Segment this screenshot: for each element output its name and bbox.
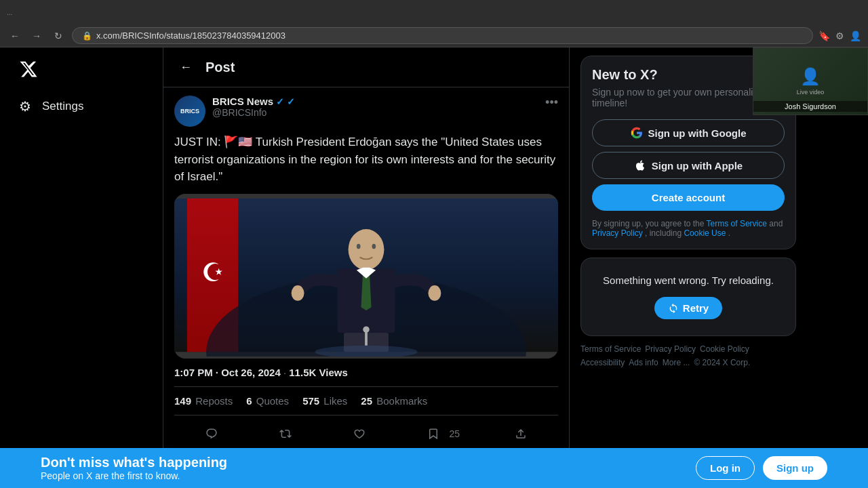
footer-terms-link[interactable]: Terms of Service (580, 344, 641, 354)
repost-button[interactable] (273, 421, 298, 447)
post-stats: 149 Reposts 6 Quotes 575 Likes 25 Bookma… (174, 386, 558, 415)
svg-point-4 (349, 229, 384, 270)
post-header: ← Post (163, 47, 569, 87)
bookmark-count: 25 (449, 428, 460, 439)
post-timestamp: 1:07 PM · Oct 26, 2024 · 11.5K Views (174, 367, 558, 378)
svg-rect-14 (365, 329, 368, 346)
sign-up-google-button[interactable]: Sign up with Google (592, 119, 785, 146)
verified-badge: ✓ (276, 96, 284, 107)
footer-privacy-link[interactable]: Privacy Policy (645, 344, 696, 354)
sidebar-item-label: Settings (42, 100, 83, 113)
bottom-signup-button[interactable]: Sign up (763, 456, 827, 480)
back-to-feed-button[interactable]: ← (174, 56, 197, 79)
svg-point-7 (429, 285, 441, 301)
share-action[interactable] (508, 421, 534, 447)
footer-accessibility-link[interactable]: Accessibility (580, 358, 625, 367)
browser-chrome: ... (0, 0, 868, 24)
create-account-button[interactable]: Create account (592, 184, 785, 211)
post-author-row: BRICS BRICS News ✓ ✓ @BRICSInfo ••• (174, 96, 558, 127)
sidebar-item-settings[interactable]: ⚙ Settings (11, 92, 152, 121)
quotes-stat[interactable]: 6 Quotes (246, 395, 289, 407)
url-bar[interactable]: 🔒 x.com/BRICSInfo/status/185023784035941… (72, 27, 813, 44)
page-layout: ⚙ Settings ← Post BRICS BRICS News ✓ ✓ @… (0, 47, 868, 488)
svg-point-6 (292, 285, 304, 301)
cookie-use-link[interactable]: Cookie Use (684, 228, 726, 238)
post-text: JUST IN: 🚩🇺🇸 Turkish President Erdoğan s… (174, 134, 558, 186)
error-message: Something went wrong. Try reloading. (592, 274, 785, 286)
svg-text:☪: ☪ (201, 258, 224, 287)
terms-of-service-link[interactable]: Terms of Service (707, 219, 767, 228)
footer-copyright: © 2024 X Corp. (694, 358, 750, 367)
main-content: ← Post BRICS BRICS News ✓ ✓ @BRICSInfo •… (163, 47, 570, 488)
post-options-button[interactable]: ••• (545, 96, 558, 110)
footer-more-link[interactable]: More ... (663, 358, 690, 367)
pip-label: Josh Sigurdson (753, 101, 867, 112)
footer-ads-link[interactable]: Ads info (629, 358, 658, 367)
bottom-bar-text: Don't miss what's happening People on X … (41, 455, 227, 481)
author-info: BRICS News ✓ ✓ @BRICSInfo (212, 96, 538, 118)
profile-icon[interactable]: 👤 (850, 30, 861, 41)
sign-up-apple-button[interactable]: Sign up with Apple (592, 152, 785, 179)
forward-button[interactable]: → (28, 28, 45, 44)
bookmark-icon[interactable]: 🔖 (818, 30, 830, 41)
retry-label: Retry (683, 302, 709, 314)
browser-nav: ← → ↻ 🔒 x.com/BRICSInfo/status/185023784… (0, 24, 868, 47)
like-button[interactable] (347, 421, 372, 447)
bookmark-action[interactable]: 25 (420, 421, 460, 447)
bookmarks-stat[interactable]: 25 Bookmarks (361, 395, 427, 407)
settings-icon: ⚙ (19, 98, 31, 115)
footer-links: Terms of Service Privacy Policy Cookie P… (580, 344, 796, 367)
nav-icons: 🔖 ⚙ 👤 (818, 30, 861, 41)
svg-point-11 (372, 243, 376, 249)
reposts-stat[interactable]: 149 Reposts (174, 395, 233, 407)
retry-button[interactable]: Retry (654, 297, 722, 319)
post-body: BRICS BRICS News ✓ ✓ @BRICSInfo ••• JUST… (163, 87, 569, 488)
views-count: 11.5K (289, 367, 316, 378)
author-handle: @BRICSInfo (212, 107, 538, 118)
bottom-bar: Don't miss what's happening People on X … (0, 448, 868, 488)
likes-stat[interactable]: 575 Likes (302, 395, 347, 407)
green-verified-badge: ✓ (287, 96, 295, 107)
post-title: Post (205, 60, 235, 75)
post-actions: 25 (174, 415, 558, 453)
reload-button[interactable]: ↻ (50, 28, 66, 44)
terms-text: By signing up, you agree to the Terms of… (592, 219, 785, 238)
author-name[interactable]: BRICS News ✓ ✓ (212, 96, 538, 107)
avatar[interactable]: BRICS (174, 96, 205, 127)
reply-button[interactable] (199, 421, 224, 447)
views-label: Views (319, 367, 347, 378)
pip-content: 👤 Live video (797, 67, 825, 96)
bookmark-button[interactable] (420, 421, 446, 447)
pip-video: 👤 Live video Josh Sigurdson (753, 47, 868, 115)
bottom-bar-subtitle: People on X are the first to know. (41, 470, 227, 481)
share-button[interactable] (508, 421, 534, 447)
pip-inner: 👤 Live video Josh Sigurdson (753, 48, 867, 115)
x-logo[interactable] (11, 54, 152, 86)
sidebar: ⚙ Settings (0, 47, 163, 488)
privacy-policy-link[interactable]: Privacy Policy (592, 228, 643, 238)
url-text: x.com/BRICSInfo/status/18502378403594120… (96, 30, 285, 41)
error-box: Something went wrong. Try reloading. Ret… (580, 258, 796, 336)
back-button[interactable]: ← (7, 28, 23, 44)
bottom-bar-actions: Log in Sign up (696, 456, 827, 480)
reply-action[interactable] (199, 421, 224, 447)
post-image: ☪ (174, 194, 558, 359)
extensions-icon[interactable]: ⚙ (835, 30, 844, 41)
like-action[interactable] (347, 421, 372, 447)
bottom-bar-title: Don't miss what's happening (41, 455, 227, 470)
footer-cookie-link[interactable]: Cookie Policy (700, 344, 749, 354)
repost-action[interactable] (273, 421, 298, 447)
svg-point-10 (357, 243, 361, 249)
bottom-login-button[interactable]: Log in (696, 456, 755, 480)
